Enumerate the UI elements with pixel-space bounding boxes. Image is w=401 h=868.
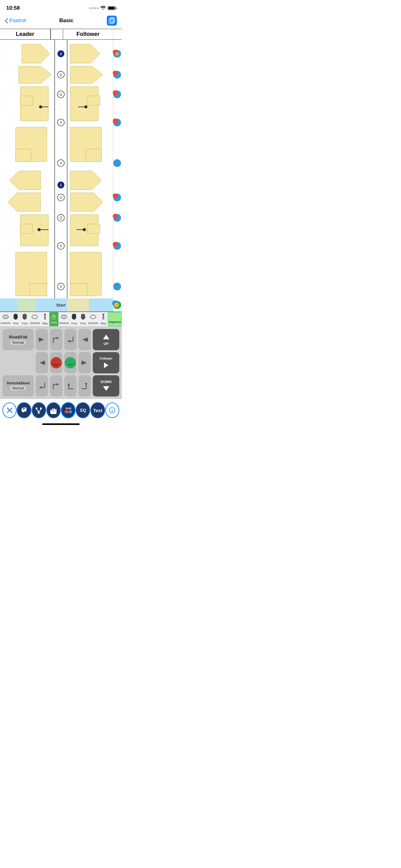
svg-line-120 (103, 318, 104, 320)
toolbar-foot-follower-right[interactable]: Foot (78, 312, 88, 326)
branch-button[interactable] (32, 402, 46, 418)
arrow-corner-tr-button[interactable] (50, 375, 63, 397)
arrow-corner-br-button[interactable] (78, 375, 91, 397)
svg-rect-38 (88, 224, 100, 234)
svg-rect-22 (20, 224, 33, 234)
toolbar-foot-follower-left[interactable]: Foot (70, 312, 79, 326)
svg-line-152 (39, 409, 41, 412)
svg-point-73 (113, 90, 118, 95)
svg-point-71 (113, 71, 118, 75)
svg-text:🙂: 🙂 (114, 303, 119, 308)
signal-icon (89, 7, 98, 9)
down-label: DOWN (101, 380, 111, 384)
stretch-bend-button[interactable]: Stretch&Bend Normal (2, 375, 34, 397)
svg-point-75 (113, 118, 118, 123)
page-title: Basic (59, 18, 73, 24)
svg-text:Q: Q (60, 92, 63, 96)
svg-text:2: 2 (60, 52, 62, 56)
dance-diagram-svg: Start (0, 40, 122, 312)
up-button[interactable]: UP (93, 329, 119, 350)
arrow-right-button[interactable] (36, 329, 48, 350)
svg-line-151 (37, 409, 39, 412)
status-bar: 10:58 (0, 0, 122, 14)
toolbar-gesture-leader2[interactable]: Gesture (29, 312, 40, 326)
arrow-right-2-button[interactable] (78, 352, 91, 373)
svg-rect-18 (15, 149, 31, 161)
stretch-bend-sub-label: Normal (10, 385, 26, 391)
svg-rect-44 (17, 299, 36, 312)
svg-text:Q: Q (60, 73, 63, 76)
control-row-1: Rise&Fall Normal UP (2, 329, 119, 350)
svg-point-149 (36, 407, 37, 409)
svg-point-115 (102, 314, 104, 316)
footprints-button[interactable] (16, 402, 31, 418)
rise-fall-button[interactable]: Rise&Fall Normal (2, 329, 34, 350)
svg-marker-135 (39, 386, 41, 389)
way-icon-follower (101, 313, 106, 321)
foot-icon-leader-right (22, 313, 28, 321)
couple-button[interactable] (61, 402, 75, 418)
toolbar-gesture-leader[interactable]: Gesture (0, 312, 11, 326)
status-time: 10:58 (6, 5, 20, 11)
down-button[interactable]: DOWN (93, 375, 119, 397)
arrow-corner-up-right-button[interactable] (50, 329, 63, 350)
svg-point-91 (15, 314, 16, 315)
svg-point-97 (32, 315, 37, 319)
toolbar-time[interactable]: ⏱ Time (49, 312, 58, 326)
info-button[interactable]: i (105, 402, 119, 418)
svg-point-78 (113, 193, 118, 198)
diagram-body: Start (0, 40, 122, 312)
svg-point-90 (14, 314, 15, 315)
toolbar-alignment[interactable]: ✨ Alignment (108, 312, 122, 326)
arrow-corner-tl-button[interactable] (64, 375, 77, 397)
toolbar-gesture-follower[interactable]: Gesture (58, 312, 70, 326)
stretch-bend-label: Stretch&Bend (6, 381, 29, 385)
text-button[interactable]: Text (90, 402, 105, 418)
foot-icon-follower-left (71, 313, 77, 321)
toolbar-gesture-follower2[interactable]: Gesture (88, 312, 99, 326)
svg-text:Q: Q (60, 195, 63, 199)
copy-button[interactable] (107, 16, 117, 26)
svg-point-160 (65, 410, 68, 413)
svg-point-143 (24, 408, 27, 412)
svg-marker-136 (57, 383, 59, 385)
svg-rect-132 (68, 361, 72, 364)
svg-point-161 (68, 410, 72, 413)
cancel-button[interactable] (2, 402, 16, 418)
svg-point-107 (72, 314, 74, 315)
svg-text:Q: Q (60, 216, 63, 220)
toolbar-foot-leader-left[interactable]: Foot (11, 312, 20, 326)
toolbar-way-follower[interactable]: Way (99, 312, 108, 326)
gesture-icon-follower (61, 314, 67, 321)
hand-button[interactable] (46, 402, 61, 418)
svg-point-148 (38, 412, 40, 414)
svg-point-96 (25, 314, 27, 315)
arrow-left-button[interactable] (78, 329, 91, 350)
arrow-corner-down-left-button[interactable] (64, 329, 77, 350)
arrow-corner-bl-button[interactable] (36, 375, 48, 397)
svg-point-111 (81, 314, 82, 315)
follower-button[interactable]: Follower (93, 352, 119, 373)
svg-rect-42 (70, 283, 88, 296)
svg-line-103 (45, 318, 46, 320)
svg-marker-134 (104, 363, 108, 368)
avatar-placeholder (2, 352, 34, 373)
green-hat-button[interactable] (64, 352, 77, 373)
arrow-left-2-button[interactable] (36, 352, 48, 373)
bottom-actions: SQ Text i (0, 399, 122, 421)
svg-point-80 (113, 214, 118, 219)
green-hat-icon (65, 357, 76, 368)
sq-button[interactable]: SQ (75, 402, 90, 418)
back-button[interactable]: Foxtrot (5, 18, 26, 24)
toolbar-way-leader[interactable]: Way (40, 312, 49, 326)
diagram-container: Leader Follower Start (0, 29, 122, 312)
way-icon-leader (42, 313, 48, 321)
svg-marker-133 (81, 361, 87, 365)
svg-point-105 (63, 316, 66, 318)
red-hat-icon (51, 357, 62, 368)
svg-rect-46 (67, 299, 89, 312)
toolbar-foot-leader-right[interactable]: Foot (20, 312, 29, 326)
red-hat-button[interactable] (50, 352, 63, 373)
svg-marker-137 (67, 383, 70, 385)
follower-label: Follower (100, 357, 112, 360)
